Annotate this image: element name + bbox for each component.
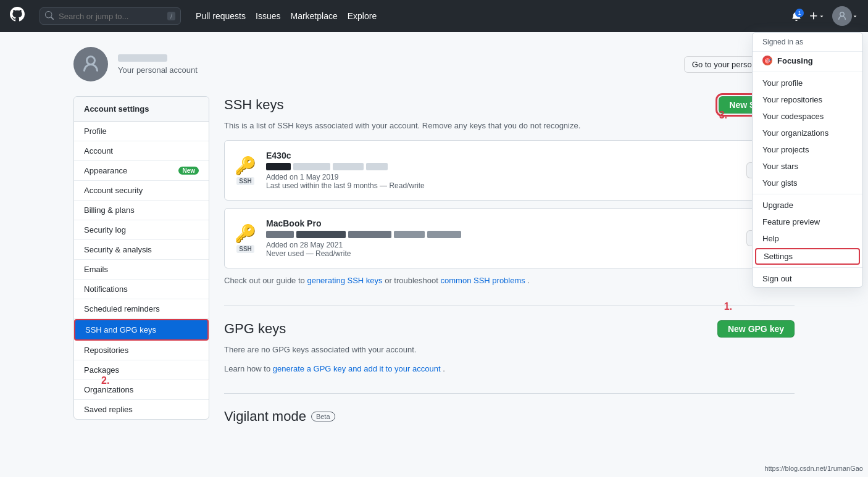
dropdown-settings[interactable]: Settings <box>755 248 860 265</box>
sidebar-item-security-analysis[interactable]: Security & analysis <box>74 240 209 260</box>
gpg-section-header: GPG keys New GPG key <box>224 320 795 338</box>
dropdown-focusing[interactable]: 🎯 Focusing <box>753 52 862 69</box>
key-added-1: Added on 1 May 2019 <box>266 173 737 181</box>
key-name-1: E430c <box>266 151 737 160</box>
dropdown-your-stars[interactable]: Your stars <box>753 158 862 175</box>
generating-ssh-keys-link[interactable]: generating SSH keys <box>307 276 382 285</box>
notifications-button[interactable]: 1 <box>791 11 801 21</box>
sidebar-item-emails[interactable]: Emails <box>74 260 209 280</box>
sidebar-item-profile[interactable]: Profile <box>74 122 209 141</box>
main-content: SSH keys New SSH key This is a list of S… <box>224 96 795 444</box>
user-account-label: Your personal account <box>118 65 198 75</box>
user-avatar <box>832 6 852 26</box>
section-divider-2 <box>224 393 795 394</box>
dropdown-your-organizations[interactable]: Your organizations <box>753 125 862 141</box>
dropdown-divider-1 <box>753 72 862 72</box>
nav-issues[interactable]: Issues <box>256 11 280 21</box>
key-added-2: Added on 28 May 2021 <box>266 241 737 249</box>
ssh-key-card-2: 🔑 SSH MacBook Pro <box>224 208 795 268</box>
ssh-key-card-1: 🔑 SSH E430c Added on 1 May 2019 <box>224 140 795 201</box>
key-type-2: SSH <box>236 245 254 253</box>
page-container: Your personal account Go to your persona… <box>64 32 804 459</box>
dropdown-your-profile[interactable]: Your profile <box>753 75 862 91</box>
search-icon <box>45 11 54 22</box>
sidebar-item-security-log[interactable]: Security log <box>74 220 209 240</box>
key-fingerprint-1 <box>266 163 737 170</box>
sidebar-item-packages[interactable]: Packages <box>74 360 209 380</box>
search-kbd: / <box>167 12 175 20</box>
key-icon-2: 🔑 <box>235 223 256 244</box>
focusing-icon: 🎯 <box>762 56 772 65</box>
vigilant-section: Vigilant mode Beta <box>224 409 795 425</box>
beta-badge: Beta <box>311 412 335 421</box>
gpg-section-title: GPG keys <box>224 321 286 337</box>
navbar-right: 1 <box>791 6 858 26</box>
gpg-empty-text: There are no GPG keys associated with yo… <box>224 345 795 354</box>
sidebar-item-scheduled-reminders[interactable]: Scheduled reminders <box>74 299 209 319</box>
ssh-section-desc: This is a list of SSH keys associated wi… <box>224 121 795 130</box>
navbar: / Pull requests Issues Marketplace Explo… <box>0 0 868 32</box>
content-area: Account settings Profile Account Appeara… <box>73 96 795 444</box>
github-logo[interactable] <box>10 7 25 25</box>
key-last-used-1: Last used within the last 9 months — Rea… <box>266 181 737 190</box>
dropdown-divider-2 <box>753 194 862 194</box>
nav-marketplace[interactable]: Marketplace <box>290 11 337 21</box>
ssh-section-header: SSH keys New SSH key <box>224 96 795 114</box>
gpg-learn-text: Learn how to generate a GPG key and add … <box>224 364 795 373</box>
step-2-label: 2. <box>101 375 109 386</box>
key-type-1: SSH <box>236 177 254 185</box>
dropdown-your-projects[interactable]: Your projects <box>753 141 862 158</box>
sidebar-item-appearance[interactable]: Appearance New <box>74 161 209 181</box>
dropdown-feature-preview[interactable]: Feature preview <box>753 214 862 230</box>
sidebar: Account settings Profile Account Appeara… <box>73 96 209 420</box>
guide-text: Check out our guide to generating SSH ke… <box>224 276 795 285</box>
key-icon-wrap-1: 🔑 SSH <box>235 156 256 185</box>
vigilant-title-row: Vigilant mode Beta <box>224 409 795 425</box>
user-menu-button[interactable] <box>832 6 858 26</box>
appearance-new-badge: New <box>178 167 199 175</box>
key-icon-1: 🔑 <box>235 156 256 176</box>
sidebar-item-billing[interactable]: Billing & plans <box>74 201 209 220</box>
search-input[interactable] <box>59 12 162 21</box>
notification-badge: 1 <box>795 9 804 17</box>
section-divider-1 <box>224 305 795 305</box>
ssh-section-title: SSH keys <box>224 97 284 113</box>
key-icon-wrap-2: 🔑 SSH <box>235 223 256 253</box>
gpg-section: GPG keys New GPG key There are no GPG ke… <box>224 320 795 373</box>
user-header: Your personal account Go to your persona… <box>73 47 795 81</box>
key-name-2: MacBook Pro <box>266 218 737 228</box>
user-name-placeholder <box>118 54 167 62</box>
ssh-section: SSH keys New SSH key This is a list of S… <box>224 96 795 285</box>
generate-gpg-key-link[interactable]: generate a GPG key and add it to your ac… <box>273 364 441 373</box>
dropdown-upgrade[interactable]: Upgrade <box>753 197 862 214</box>
user-header-left: Your personal account <box>73 47 198 81</box>
dropdown-your-codespaces[interactable]: Your codespaces <box>753 108 862 125</box>
sidebar-item-ssh-gpg[interactable]: SSH and GPG keys <box>74 319 209 341</box>
new-gpg-key-button[interactable]: New GPG key <box>717 320 795 338</box>
focusing-label: Focusing <box>777 56 813 65</box>
sidebar-item-account[interactable]: Account <box>74 141 209 161</box>
sidebar-item-notifications[interactable]: Notifications <box>74 280 209 299</box>
sidebar-item-organizations[interactable]: Organizations <box>74 380 209 400</box>
user-info: Your personal account <box>118 54 198 75</box>
common-ssh-problems-link[interactable]: common SSH problems <box>441 276 525 285</box>
create-button[interactable] <box>809 11 825 21</box>
dropdown-your-gists[interactable]: Your gists <box>753 175 862 191</box>
sidebar-item-repositories[interactable]: Repositories <box>74 341 209 360</box>
step-1-label: 1. <box>724 301 732 312</box>
user-dropdown: Signed in as 🎯 Focusing Your profile You… <box>752 32 863 288</box>
sidebar-item-saved-replies[interactable]: Saved replies <box>74 400 209 419</box>
user-avatar-large <box>73 47 108 81</box>
dropdown-help[interactable]: Help <box>753 230 862 247</box>
vigilant-section-title: Vigilant mode <box>224 409 306 425</box>
nav-explore[interactable]: Explore <box>348 11 377 21</box>
nav-pull-requests[interactable]: Pull requests <box>196 11 246 21</box>
key-details-1: E430c Added on 1 May 2019 Last used with… <box>266 151 737 190</box>
sidebar-item-account-security[interactable]: Account security <box>74 181 209 201</box>
sidebar-heading: Account settings <box>74 97 209 122</box>
dropdown-divider-3 <box>753 267 862 268</box>
search-box[interactable]: / <box>40 7 181 25</box>
dropdown-sign-out[interactable]: Sign out <box>753 270 862 287</box>
key-last-used-2: Never used — Read/write <box>266 249 737 258</box>
dropdown-your-repositories[interactable]: Your repositories <box>753 91 862 108</box>
